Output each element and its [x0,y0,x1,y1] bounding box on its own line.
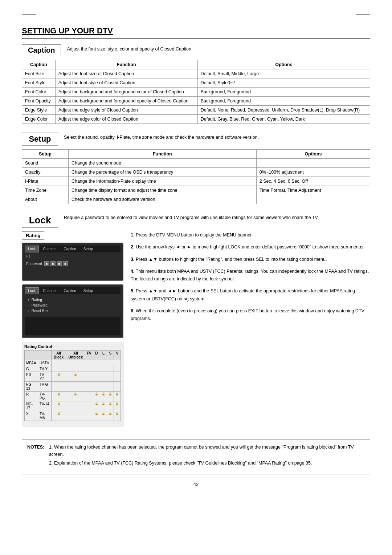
tv-password-box-3: ■ [57,261,62,266]
rating-control-table: All Block All Unblock FV D L S V MPAA US [24,350,121,421]
decorative-line-right [356,15,370,15]
setup-cell-2-2: 2 Sec, 4 Sec, 6 Sec, Off [256,177,370,186]
rating-r-8: 🔒 [107,392,114,401]
lock-step-1: 1. Press the DTV MENU button to display … [131,231,370,239]
setup-row-0: Sound Change the sound mode [22,159,370,168]
setup-cell-3-1: Change time display format and adjust th… [68,186,256,195]
caption-cell-1-1: Adjust the font style of Closed Caption [55,78,197,88]
tv-menu-bar-2: Lock Channel Caption Setup [25,287,121,294]
caption-cell-5-2: Default, Gray, Blue, Red, Green, Cyan, Y… [197,115,370,124]
rating-tvg: TV-G [38,382,51,392]
caption-cell-5-1: Adjust the edge color of Closed Caption [55,115,197,124]
caption-cell-1-0: Font Style [22,78,56,88]
caption-cell-0-2: Default, Small, Middle, Large [197,69,370,78]
setup-function-header: Function [68,150,256,159]
tv-menu-lock-2: Lock [25,287,39,294]
rating-g-5 [100,366,107,372]
page-number: 42 [22,482,370,487]
caption-label: Caption [28,46,55,54]
caption-cell-0-1: Adjust the font size of Closed Caption [55,69,197,78]
lock-step-5: 5. Press ▲▼ and ◄► buttons and the SEL b… [131,287,370,303]
setup-cell-4-0: About [22,195,69,204]
step1-num: 1. [131,232,134,238]
setup-section-header: Setup Select the sound, opacity, I-Plate… [22,133,370,146]
caption-cell-3-1: Adjust the background and foreground opa… [55,97,197,106]
tv-submenu-rating-label: Rating [32,298,42,302]
rating-col-l: L [100,351,107,360]
rating-pg13-3 [51,382,66,392]
caption-cell-0-0: Font Size [22,69,56,78]
lock-label-box: Lock [22,213,58,228]
rating-g-1 [51,366,66,372]
lock-right-panel: 1. Press the DTV MENU button to display … [131,231,370,431]
setup-description: Select the sound, opacity, I-Plate, time… [64,133,259,141]
caption-section-header: Caption Adjust the font size, style, col… [22,44,370,56]
rating-col-allblock: All Block [51,351,66,360]
rating-x-6: 🔒 [93,411,100,421]
setup-label-box: Setup [22,133,58,146]
note-1: 1. When the rating locked channel has be… [49,443,365,458]
setup-cell-0-2 [256,159,370,168]
rating-nc17: NC-17 [25,401,38,411]
caption-table: Caption Function Options Font Size Adjus… [22,60,370,124]
lock-content: Rating Lock Channel Caption Setup H1 Pas… [22,231,370,431]
rating-g-4 [93,366,100,372]
rating-tvma: TV-MA [38,411,51,421]
rating-pg-3: 🔒 [51,372,66,382]
rating-x-8: 🔒 [107,411,114,421]
rating-control-wrapper: Rating Control All Block All Unblock FV … [22,342,123,427]
rating-pg-6 [93,372,100,382]
notes-box: NOTES: 1. When the rating locked channel… [22,439,370,474]
rating-r-3: 🔒 [51,392,66,401]
tv-password-box-4: ■ [63,261,68,266]
rating-pg13-9 [114,382,121,392]
rating-pg-9 [114,372,121,382]
caption-cell-4-1: Adjust the edge style of Closed Caption [55,106,197,115]
caption-cell-5-0: Edge Color [22,115,56,124]
rating-col-ustv [38,351,51,360]
setup-cell-3-2: Time Format, Time Adjustment [256,186,370,195]
caption-row-1: Font Style Adjust the font style of Clos… [22,78,370,88]
rating-pg-7 [100,372,107,382]
tv-menu-channel-1: Channel [40,246,60,252]
setup-table: Setup Function Options Sound Change the … [22,149,370,204]
caption-description: Adjust the font size, style, color and o… [67,44,192,53]
rating-row-pg13: PG-13 TV-G [25,382,121,392]
step6-num: 6. [131,308,134,313]
rating-tvy7: TV-Y7 [38,372,51,382]
rating-x-7: 🔒 [100,411,107,421]
rating-col-v: V [114,351,121,360]
rating-x-5 [85,411,93,421]
tv-password-label: Password [26,262,42,266]
lock-step-4: 4. This menu lists both MPAA and USTV (F… [131,268,370,283]
tv-submenu-password: ○ Password [28,303,118,308]
rating-nc17-6: 🔒 [93,401,100,411]
rating-pg13-5 [85,382,93,392]
rating-label: Rating [22,231,44,240]
caption-function-header: Function [55,60,197,69]
rating-pg13: PG-13 [25,382,38,392]
caption-row-2: Font Color Adjust the background and for… [22,88,370,97]
rating-nc17-3: 🔒 [51,401,66,411]
rating-col-allunblock: All Unblock [66,351,85,360]
rating-row-pg: PG TV-Y7 🔒 🔒 [25,372,121,382]
rating-pg-8 [107,372,114,382]
caption-cell-2-2: Background, Foreground [197,88,370,97]
rating-nc17-9: 🔒 [114,401,121,411]
setup-cell-2-1: Change the Information-Plate display tim… [68,177,256,186]
caption-section: Caption Adjust the font size, style, col… [22,44,370,124]
bullet-password: ○ [28,304,29,307]
step5-num: 5. [131,288,134,293]
setup-cell-2-0: I-Plate [22,177,69,186]
rating-r-9: 🔒 [114,392,121,401]
lock-step-2: 2. Use the arrow keys ◄ or ► to move hig… [131,243,370,251]
rating-x-3: 🔒 [51,411,66,421]
rating-tv14: TV-14 [38,401,51,411]
lock-step-6: 6. When it is complete (even in processi… [131,307,370,323]
caption-options-header: Options [197,60,370,69]
caption-col-header: Caption [22,60,56,69]
setup-cell-4-2 [256,195,370,204]
tv-submenu-reset: ○ Reset Box [28,308,118,313]
bullet-reset: ○ [28,309,29,312]
tv-submenu-rating: ● Rating [28,297,118,303]
